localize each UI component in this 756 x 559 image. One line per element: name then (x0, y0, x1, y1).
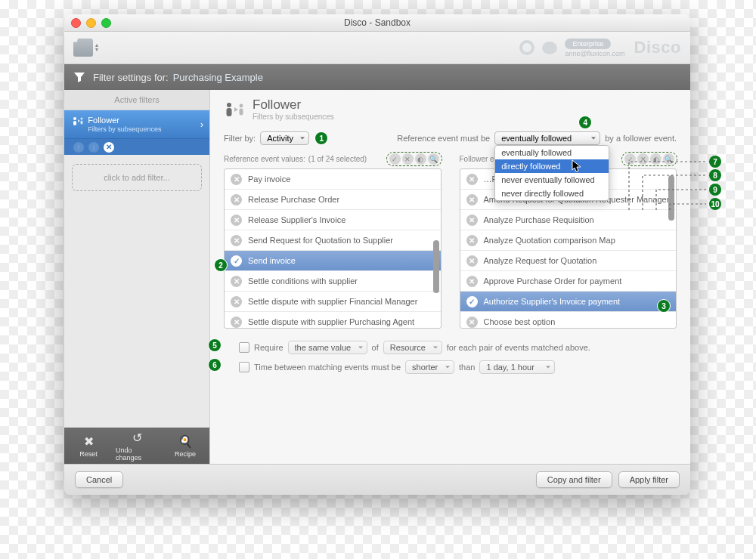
follower-large-icon (224, 100, 245, 119)
checked-icon: ✓ (231, 255, 242, 267)
filter-settings-bar: Filter settings for: Purchasing Example (64, 64, 690, 90)
list-item[interactable]: ✕Settle dispute with supplier Purchasing… (225, 312, 441, 329)
panel-subtitle: Filters by subsequences (253, 113, 334, 121)
option-never-eventually-followed[interactable]: never eventually followed (495, 173, 609, 187)
list-item[interactable]: ✓Send invoice (225, 251, 441, 271)
list-item[interactable]: ✕Send Request for Quotation to Supplier (225, 230, 441, 251)
svg-point-6 (240, 103, 243, 107)
add-filter-slot[interactable]: click to add filter... (72, 164, 202, 191)
list-item-label: Settle dispute with supplier Purchasing … (248, 317, 414, 326)
list-item-label: Analyze Quotation comparison Map (484, 236, 615, 245)
panel-title: Follower (253, 97, 334, 113)
invert-icon[interactable]: ◐ (415, 153, 426, 165)
unchecked-icon: ✕ (231, 317, 242, 328)
option-never-directly-followed[interactable]: never directly followed (495, 187, 609, 200)
sidebar-item-title: Follower (88, 116, 161, 125)
open-project-button[interactable] (73, 39, 93, 57)
list-item[interactable]: ✕Analyze Request for Quotation (460, 251, 677, 271)
list-item[interactable]: ✕Pay invoice (225, 169, 441, 190)
list-item[interactable]: ✕Approve Purchase Order for payment (460, 271, 677, 292)
undo-button[interactable]: ↺Undo changes (116, 431, 158, 462)
filter-settings-label: Filter settings for: (93, 72, 169, 83)
follower-icon (72, 116, 85, 128)
ref-relation-select[interactable]: eventually followed (494, 131, 600, 145)
list-item-label: Send invoice (248, 256, 296, 265)
svg-rect-1 (73, 121, 76, 125)
list-item[interactable]: ✓Authorize Supplier's Invoice payment (460, 292, 677, 312)
move-down-icon[interactable]: ↓ (88, 142, 99, 153)
checked-icon: ✓ (466, 296, 478, 307)
scrollbar-thumb[interactable] (433, 240, 439, 293)
svg-rect-3 (81, 121, 83, 125)
select-all-icon[interactable]: ✓ (389, 153, 401, 165)
recipe-button[interactable]: 🍳Recipe (164, 434, 206, 458)
filter-config-panel: Follower Filters by subsequences Filter … (210, 90, 690, 464)
require-of-label: of (372, 343, 379, 352)
time-compare-select[interactable]: shorter (405, 360, 454, 374)
require-checkbox[interactable] (239, 342, 249, 353)
dataset-name: Purchasing Example (173, 72, 263, 83)
require-attr-select[interactable]: Resource (383, 341, 442, 354)
time-mid-label: than (459, 363, 475, 372)
recipe-icon: 🍳 (178, 434, 193, 449)
sidebar-item-follower[interactable]: Follower Filters by subsequences › (64, 110, 209, 139)
svg-point-2 (80, 117, 82, 119)
list-item-label: Settle dispute with supplier Financial M… (248, 297, 417, 306)
time-label: Time between matching events must be (254, 363, 401, 372)
option-eventually-followed[interactable]: eventually followed (495, 146, 609, 159)
apply-filter-button[interactable]: Apply filter (618, 471, 680, 488)
list-item[interactable]: ✕Settle conditions with supplier (225, 271, 441, 292)
help-icon[interactable] (519, 40, 534, 55)
open-project-dropdown-icon[interactable]: ▴▾ (95, 43, 98, 52)
list-item-label: Pay invoice (248, 174, 290, 184)
time-checkbox[interactable] (239, 362, 249, 372)
move-up-icon[interactable]: ↑ (73, 142, 84, 153)
annot-10: 10 (709, 198, 721, 210)
undo-icon: ↺ (132, 431, 142, 445)
scrollbar[interactable] (433, 172, 439, 325)
filter-by-select[interactable]: Activity (260, 131, 309, 145)
svg-point-4 (227, 103, 231, 107)
list-item[interactable]: ✕Release Supplier's Invoice (225, 210, 441, 230)
user-email: anne@fluxicon.com (565, 50, 624, 57)
active-filters-heading: Active filters (64, 90, 209, 110)
app-window: Disco - Sandbox ▴▾ Enterprise anne@fluxi… (64, 14, 690, 495)
list-item-label: Send Request for Quotation to Supplier (248, 236, 393, 245)
option-directly-followed[interactable]: directly followed (495, 159, 609, 173)
reset-button[interactable]: ✖Reset (67, 434, 110, 458)
sidebar-item-actions: ↑ ↓ ✕ (64, 139, 209, 155)
feedback-icon[interactable] (542, 42, 557, 54)
unchecked-icon: ✕ (231, 194, 242, 205)
list-item-label: Release Supplier's Invoice (248, 215, 345, 224)
license-tier-badge: Enterprise (565, 39, 611, 49)
reference-values-body[interactable]: ✕Pay invoice✕Release Purchase Order✕Rele… (224, 168, 442, 329)
require-value-select[interactable]: the same value (288, 341, 367, 354)
list-item-label: Analyze Request for Quotation (484, 256, 597, 265)
annot-5: 5 (209, 339, 221, 351)
list-item[interactable]: ✕Release Purchase Order (225, 190, 441, 210)
delete-filter-icon[interactable]: ✕ (104, 142, 114, 153)
select-none-icon[interactable]: ✕ (402, 153, 414, 165)
ref-relation-dropdown[interactable]: eventually followed directly followed ne… (494, 145, 609, 201)
require-tail-label: for each pair of events matched above. (447, 343, 590, 352)
time-duration-select[interactable]: 1 day, 1 hour (479, 360, 555, 374)
list-item-label: Choose best option (484, 317, 556, 326)
copy-and-filter-button[interactable]: Copy and filter (536, 471, 612, 488)
cancel-button[interactable]: Cancel (75, 471, 123, 488)
ref-event-tail: by a follower event. (605, 134, 677, 143)
list-item-label: Analyze Purchase Requisition (484, 215, 594, 224)
unchecked-icon: ✕ (466, 317, 478, 328)
list-item[interactable]: ✕Choose best option (460, 312, 677, 329)
annot-7: 7 (709, 156, 721, 168)
unchecked-icon: ✕ (231, 276, 242, 287)
svg-point-0 (73, 117, 76, 120)
list-item[interactable]: ✕Analyze Quotation comparison Map (460, 230, 677, 251)
svg-rect-7 (240, 108, 243, 115)
list-item[interactable]: ✕Settle dispute with supplier Financial … (225, 292, 441, 312)
list-item-label: Settle conditions with supplier (248, 276, 358, 286)
search-icon[interactable]: 🔍 (428, 153, 439, 165)
brand-logo: Disco (634, 38, 681, 57)
unchecked-icon: ✕ (466, 235, 478, 246)
unchecked-icon: ✕ (466, 276, 478, 287)
annot-8: 8 (709, 169, 721, 181)
